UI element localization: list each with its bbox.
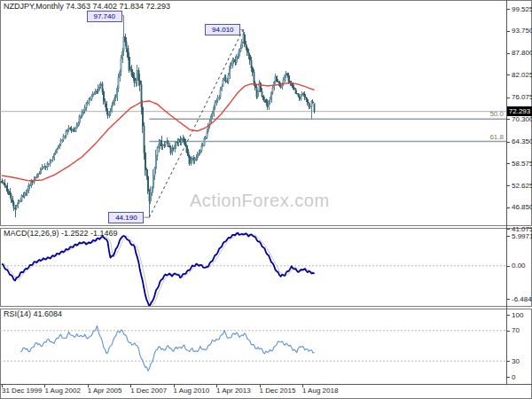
panel-separator-rsi[interactable]	[0, 306, 532, 309]
x-axis-label: 1 Aug 2010	[174, 387, 209, 395]
y-axis-tick	[506, 31, 510, 32]
y-axis-tick	[506, 207, 510, 208]
x-axis-tick	[216, 385, 217, 387]
macd-indicator-label: MACD(12,26,9) -1.2522 -1.1469	[4, 229, 118, 238]
rsi-axis-label: 100	[512, 311, 523, 319]
rsi-axis-label: 70	[512, 326, 520, 334]
x-axis-label: 1 Aug 2002	[44, 387, 80, 395]
current-price-tag: 72.293	[507, 106, 532, 116]
y-axis-label: 52.625	[512, 182, 532, 190]
x-axis-tick	[2, 385, 3, 387]
x-axis-label: 1 Apr 2013	[216, 387, 251, 395]
annotation-high-97740[interactable]: 97.740	[87, 11, 122, 22]
annotation-low-44190[interactable]: 44.190	[108, 212, 144, 223]
x-axis-tick	[260, 385, 261, 387]
y-axis-tick	[506, 142, 510, 143]
y-axis-tick	[506, 185, 510, 186]
x-axis-tick	[130, 385, 131, 387]
rsi-axis-tick	[506, 315, 510, 316]
fib-label-50: 50.0	[489, 110, 504, 118]
x-axis-label: 31 Dec 1999	[2, 387, 42, 395]
y-axis-tick	[506, 74, 510, 75]
x-axis-tick	[302, 385, 303, 387]
y-axis-tick	[506, 119, 510, 120]
macd-axis-label: -6.4841	[512, 295, 532, 303]
y-axis-label: 82.025	[512, 71, 532, 79]
rsi-indicator-label: RSI(14) 41.6084	[4, 309, 62, 318]
macd-axis-label: 0.00	[512, 262, 526, 270]
x-axis-label: 1 Aug 2018	[302, 387, 338, 395]
macd-axis-tick	[506, 236, 510, 237]
rsi-axis-label: 0	[512, 373, 515, 381]
y-axis-tick	[506, 98, 510, 98]
macd-axis-tick	[506, 266, 510, 267]
rsi-axis-label: 30	[512, 357, 520, 365]
y-axis-tick	[506, 9, 510, 10]
y-axis-line	[506, 0, 507, 385]
rsi-axis-tick	[506, 377, 510, 378]
y-axis-tick	[506, 53, 510, 54]
y-axis-label: 64.350	[512, 137, 532, 145]
chart-window: NZDJPY,Monthly 74.363 74.402 71.834 72.2…	[0, 0, 532, 399]
y-axis-label: 93.750	[512, 27, 532, 35]
y-axis-tick	[506, 163, 510, 164]
rsi-axis-tick	[506, 331, 510, 332]
x-axis-label: 1 Apr 2005	[88, 387, 122, 395]
chart-title: NZDJPY,Monthly 74.363 74.402 71.834 72.2…	[4, 2, 170, 11]
y-axis-label: 99.525	[512, 5, 532, 13]
macd-axis-tick	[506, 299, 510, 300]
y-axis-label: 46.850	[512, 203, 532, 211]
x-axis-tick	[174, 385, 175, 387]
y-axis-tick	[506, 229, 510, 230]
y-axis-label: 58.575	[512, 160, 532, 168]
macd-axis-label: 5.9971	[512, 232, 532, 240]
x-axis-tick	[88, 385, 89, 387]
y-axis-label: 76.075	[512, 93, 532, 101]
y-axis-label: 87.800	[512, 49, 532, 57]
x-axis-line	[0, 384, 532, 385]
watermark: ActionForex.com	[190, 191, 330, 211]
x-axis-label: 1 Dec 2007	[130, 387, 167, 395]
fib-label-618: 61.8	[489, 133, 504, 141]
rsi-axis-tick	[506, 361, 510, 362]
annotation-high-94010[interactable]: 94.010	[205, 24, 240, 35]
x-axis-tick	[44, 385, 45, 387]
x-axis-label: 1 Dec 2015	[260, 387, 296, 395]
